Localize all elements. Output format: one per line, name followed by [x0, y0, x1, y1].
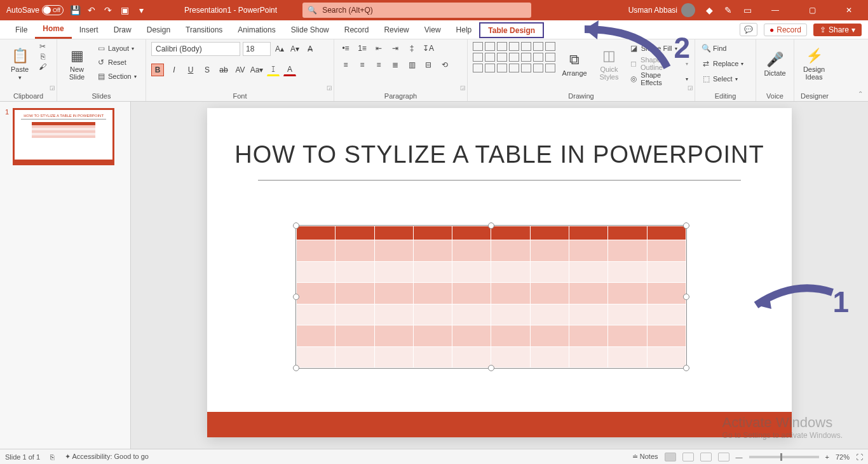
shape-fill-button[interactable]: ◪Shape Fill▾ [628, 42, 689, 55]
maximize-button[interactable]: ▢ [798, 0, 826, 20]
tab-design[interactable]: Design [139, 20, 178, 39]
drawing-launcher-icon[interactable]: ◲ [688, 85, 693, 91]
tab-help[interactable]: Help [449, 20, 480, 39]
resize-handle[interactable] [293, 222, 299, 229]
minimize-button[interactable]: — [761, 0, 789, 20]
search-box[interactable]: 🔍 Search (Alt+Q) [302, 3, 531, 18]
numbering-button[interactable]: 1≡ [356, 42, 369, 55]
italic-button[interactable]: I [168, 64, 180, 76]
bullets-button[interactable]: •≡ [339, 42, 352, 55]
arrange-button[interactable]: ⧉ Arrange [559, 42, 590, 86]
bold-button[interactable]: B [151, 64, 164, 76]
notes-button[interactable]: ≐ Notes [632, 453, 658, 461]
tab-review[interactable]: Review [376, 20, 416, 39]
text-direction-button[interactable]: ↧A [422, 42, 435, 55]
indent-dec-button[interactable]: ⇤ [372, 42, 385, 55]
sorter-view-icon[interactable] [682, 453, 694, 461]
justify-button[interactable]: ≣ [389, 58, 402, 71]
accessibility-status[interactable]: ✦ Accessibility: Good to go [65, 453, 149, 461]
font-name-combo[interactable]: Calibri (Body) [151, 42, 240, 56]
undo-icon[interactable]: ↶ [86, 5, 97, 15]
clipboard-launcher-icon[interactable]: ◲ [50, 85, 55, 91]
zoom-level[interactable]: 72% [836, 453, 850, 461]
indent-inc-button[interactable]: ⇥ [389, 42, 402, 55]
slide[interactable]: HOW TO STYLIZE A TABLE IN POWERPOINT [207, 108, 792, 437]
zoom-out-button[interactable]: — [736, 453, 743, 461]
normal-view-icon[interactable] [665, 453, 676, 461]
autosave-switch[interactable]: Off [42, 5, 64, 15]
align-text-button[interactable]: ⊟ [422, 58, 435, 71]
select-button[interactable]: ⬚Select▾ [700, 72, 745, 85]
spellcheck-icon[interactable]: ⎘ [50, 453, 55, 461]
slide-title[interactable]: HOW TO STYLIZE A TABLE IN POWERPOINT [207, 141, 792, 168]
design-ideas-button[interactable]: ⚡ Design Ideas [799, 42, 829, 86]
underline-button[interactable]: U [184, 64, 197, 76]
present-icon[interactable]: ▣ [119, 5, 130, 15]
ribbon-mode-icon[interactable]: ▭ [742, 5, 752, 15]
shadow-button[interactable]: S [201, 64, 214, 76]
paste-button[interactable]: 📋 Paste ▾ [5, 42, 34, 86]
shape-effects-button[interactable]: ◎Shape Effects▾ [628, 72, 689, 85]
tab-table-design[interactable]: Table Design [479, 22, 544, 38]
spacing-button[interactable]: AV [234, 64, 247, 76]
fit-window-icon[interactable]: ⛶ [856, 453, 863, 461]
align-left-button[interactable]: ≡ [339, 58, 352, 71]
replace-button[interactable]: ⇄Replace▾ [700, 57, 745, 70]
section-button[interactable]: ▤Section▾ [95, 70, 138, 83]
line-spacing-button[interactable]: ‡ [405, 42, 418, 55]
redo-icon[interactable]: ↷ [103, 5, 113, 15]
dictate-button[interactable]: 🎤 Dictate [761, 42, 789, 86]
autosave-toggle[interactable]: AutoSave Off [6, 5, 64, 15]
align-center-button[interactable]: ≡ [356, 58, 369, 71]
tab-record[interactable]: Record [337, 20, 377, 39]
resize-handle[interactable] [683, 222, 689, 229]
clear-format-icon[interactable]: A̶ [304, 43, 316, 55]
shapes-gallery[interactable] [473, 42, 555, 72]
tab-home[interactable]: Home [35, 20, 71, 39]
format-painter-icon[interactable]: 🖌 [38, 62, 47, 71]
slide-canvas-area[interactable]: HOW TO STYLIZE A TABLE IN POWERPOINT [131, 102, 868, 449]
tab-animations[interactable]: Animations [230, 20, 283, 39]
highlight-button[interactable]: ꕯ [267, 64, 280, 76]
strike-button[interactable]: ab [217, 64, 230, 76]
columns-button[interactable]: ▥ [405, 58, 418, 71]
resize-handle[interactable] [683, 365, 689, 371]
collapse-ribbon-icon[interactable]: ⌃ [858, 90, 863, 97]
decrease-font-icon[interactable]: A▾ [288, 43, 301, 55]
shape-outline-button[interactable]: ◻Shape Outline▾ [628, 57, 689, 70]
tab-insert[interactable]: Insert [72, 20, 106, 39]
diamond-icon[interactable]: ◆ [704, 5, 714, 15]
slide-thumbnail-1[interactable]: HOW TO STYLIZE A TABLE IN POWERPOINT [13, 108, 114, 165]
save-icon[interactable]: 💾 [70, 5, 80, 15]
qat-more-icon[interactable]: ▾ [136, 5, 146, 15]
font-launcher-icon[interactable]: ◲ [327, 85, 332, 91]
copy-icon[interactable]: ⎘ [38, 52, 47, 61]
comments-button[interactable]: 💬 [740, 23, 757, 36]
close-button[interactable]: ✕ [835, 0, 863, 20]
resize-handle[interactable] [488, 365, 494, 371]
tab-slideshow[interactable]: Slide Show [283, 20, 337, 39]
selected-table[interactable] [295, 225, 687, 369]
font-color-button[interactable]: A [283, 64, 296, 76]
font-size-combo[interactable]: 18 [243, 42, 271, 56]
resize-handle[interactable] [488, 222, 494, 229]
tab-view[interactable]: View [417, 20, 449, 39]
reading-view-icon[interactable] [700, 453, 712, 461]
paragraph-launcher-icon[interactable]: ◲ [460, 85, 466, 91]
user-account[interactable]: Usman Abbasi [628, 3, 695, 17]
cut-icon[interactable]: ✂ [38, 42, 47, 51]
resize-handle[interactable] [293, 365, 299, 371]
record-button[interactable]: ●Record [764, 24, 807, 36]
slide-table[interactable] [296, 226, 686, 368]
resize-handle[interactable] [293, 294, 299, 300]
align-right-button[interactable]: ≡ [372, 58, 385, 71]
tab-transitions[interactable]: Transitions [178, 20, 230, 39]
coming-soon-icon[interactable]: ✎ [723, 5, 733, 15]
share-button[interactable]: ⇪Share▾ [813, 24, 862, 36]
slide-thumbnails-pane[interactable]: 1 HOW TO STYLIZE A TABLE IN POWERPOINT [0, 102, 131, 449]
zoom-slider[interactable] [749, 456, 819, 458]
smartart-button[interactable]: ⟲ [438, 58, 451, 71]
tab-draw[interactable]: Draw [106, 20, 139, 39]
new-slide-button[interactable]: ▦ New Slide [62, 42, 92, 86]
zoom-in-button[interactable]: + [825, 453, 829, 461]
